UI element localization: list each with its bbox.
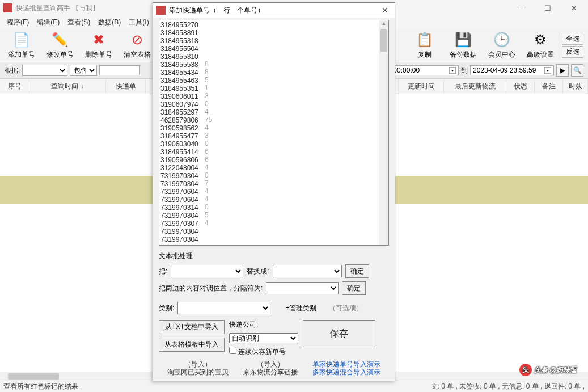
filter-op-select[interactable]: 包含 xyxy=(70,65,97,76)
copy-button[interactable]: 📋 复制 xyxy=(408,31,442,60)
filter-field-select[interactable] xyxy=(22,65,67,76)
close-button[interactable]: ✕ xyxy=(561,0,587,16)
company-select[interactable]: 自动识别 xyxy=(229,333,298,343)
col-index[interactable]: 序号 xyxy=(0,79,29,94)
maximize-button[interactable]: ☐ xyxy=(535,0,561,16)
edit-icon: ✏️ xyxy=(50,31,70,49)
chevron-down-icon: ▾ xyxy=(449,67,456,74)
date-to-input[interactable]: 2023-04-09 23:59:59 ▾ xyxy=(470,65,554,75)
backup-button[interactable]: 💾 备份数据 xyxy=(446,31,480,60)
replace-from-select[interactable] xyxy=(171,265,243,277)
category-select[interactable] xyxy=(177,302,270,314)
minimize-button[interactable]: — xyxy=(509,0,535,16)
vertical-scrollbar[interactable] xyxy=(379,20,388,245)
date-go-button[interactable]: ▶ xyxy=(556,64,569,77)
member-button[interactable]: 🕒 会员中心 xyxy=(485,31,519,60)
swap-delim-select[interactable] xyxy=(266,282,339,294)
menu-tools[interactable]: 工具(I) xyxy=(126,17,151,28)
clear-icon: ⊘ xyxy=(127,31,147,49)
replace-row: 把: 替换成: 确定 xyxy=(159,264,389,278)
swap-row: 把两边的内容对调位置，分隔符为: 确定 xyxy=(159,281,389,295)
invert-select-button[interactable]: 反选 xyxy=(562,46,583,58)
demo-multi-link[interactable]: 多家快递混合导入演示 xyxy=(312,368,380,376)
select-all-button[interactable]: 全选 xyxy=(562,33,583,45)
select-buttons: 全选 反选 xyxy=(562,33,583,58)
edit-number-button[interactable]: ✏️ 修改单号 xyxy=(43,31,77,60)
menu-data[interactable]: 数据(B) xyxy=(96,17,123,28)
tracking-numbers-textarea[interactable]: 3184955270 3184958891 3184955318 3184955… xyxy=(159,20,389,246)
col-query-time[interactable]: 查询时间 ↓ xyxy=(29,79,106,94)
save-icon: 💾 xyxy=(453,31,473,49)
app-title: 快递批量查询高手 【与我】 xyxy=(16,3,99,13)
dialog-body: 3184955270 3184958891 3184955318 3184955… xyxy=(153,18,395,381)
menu-view[interactable]: 查看(S) xyxy=(65,17,92,28)
import-row: 从TXT文档中导入 从表格模板中导入 快递公司: 自动识别 连续保存新单号 保存 xyxy=(159,320,389,357)
filter-value-input[interactable] xyxy=(99,65,140,75)
continuous-save-check[interactable]: 连续保存新单号 xyxy=(229,347,298,357)
watermark-icon: 头 xyxy=(519,364,532,376)
replace-ok-button[interactable]: 确定 xyxy=(345,264,369,278)
batch-section-label: 文本批处理 xyxy=(159,251,389,261)
col-status[interactable]: 状态 xyxy=(506,79,535,94)
replace-to-select[interactable] xyxy=(273,265,342,277)
clear-table-button[interactable]: ⊘ 清空表格 xyxy=(120,31,154,60)
company-label: 快递公司: xyxy=(229,320,298,330)
add-tracking-dialog: 添加快递单号（一行一个单号） ✕ 3184955270 3184958891 3… xyxy=(153,2,395,381)
member-icon: 🕒 xyxy=(492,31,512,49)
gear-icon: ⚙ xyxy=(530,31,551,49)
col-remark[interactable]: 备注 xyxy=(535,79,563,94)
import-txt-button[interactable]: 从TXT文档中导入 xyxy=(159,320,225,334)
window-controls: — ☐ ✕ xyxy=(509,0,587,16)
watermark: 头 头条 @奶味逗 xyxy=(519,364,577,376)
import-jd-link[interactable]: （导入） 京东物流分享链接 xyxy=(243,360,298,376)
delete-icon: ✖ xyxy=(88,31,109,49)
col-tracking[interactable]: 快递单 xyxy=(106,79,146,94)
demo-single-link[interactable]: 单家快递单号导入演示 xyxy=(312,360,380,368)
col-last-logistics[interactable]: 最后更新物流 xyxy=(444,79,506,94)
col-update-time[interactable]: 更新时间 xyxy=(399,79,444,94)
import-taobao-link[interactable]: （导入） 淘宝网已买到的宝贝 xyxy=(167,360,229,376)
delete-number-button[interactable]: ✖ 删除单号 xyxy=(82,31,116,60)
optional-label: （可选项） xyxy=(329,304,363,313)
copy-icon: 📋 xyxy=(414,31,435,49)
category-row: 类别: +管理类别 （可选项） xyxy=(159,302,389,314)
app-icon xyxy=(3,3,12,12)
dialog-footer: （导入） 淘宝网已买到的宝贝 （导入） 京东物流分享链接 单家快递单号导入演示 … xyxy=(159,360,389,376)
filter-label: 根据: xyxy=(5,66,20,75)
import-template-button[interactable]: 从表格模板中导入 xyxy=(159,338,225,352)
chevron-down-icon: ▾ xyxy=(544,67,551,74)
status-bar: 查看所有红色标记的结果 文: 0 单 , 未签收: 0 单 , 无信息: 0 单… xyxy=(0,381,588,392)
save-button[interactable]: 保存 xyxy=(303,320,375,347)
app-icon xyxy=(156,6,166,15)
status-right: 文: 0 单 , 未签收: 0 单 , 无信息: 0 单 , 退回件: 0 单 … xyxy=(431,382,585,391)
col-timeliness[interactable]: 时效 xyxy=(563,79,588,94)
add-number-button[interactable]: 📄 添加单号 xyxy=(5,31,39,60)
search-button[interactable]: 🔍 xyxy=(571,64,583,77)
dialog-titlebar: 添加快递单号（一行一个单号） ✕ xyxy=(153,3,395,18)
manage-category-link[interactable]: +管理类别 xyxy=(285,304,316,313)
menu-program[interactable]: 程序(F) xyxy=(5,17,31,28)
settings-button[interactable]: ⚙ 高级设置 xyxy=(523,31,557,60)
date-to-label: 到 xyxy=(461,66,468,75)
add-icon: 📄 xyxy=(11,31,32,49)
swap-ok-button[interactable]: 确定 xyxy=(342,281,366,295)
status-left: 查看所有红色标记的结果 xyxy=(3,382,78,391)
dialog-title: 添加快递单号（一行一个单号） xyxy=(169,6,264,15)
dialog-close-button[interactable]: ✕ xyxy=(378,6,392,15)
menu-edit[interactable]: 编辑(E) xyxy=(35,17,62,28)
